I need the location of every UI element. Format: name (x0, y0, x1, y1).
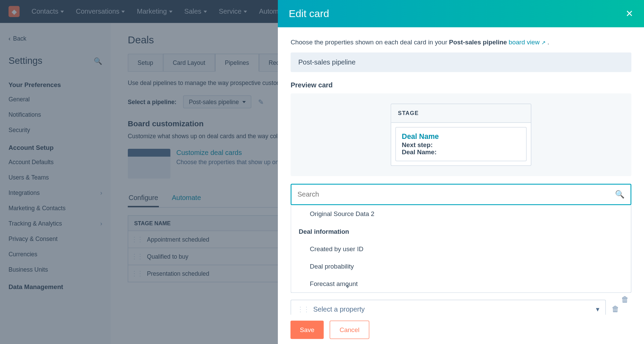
dropdown-option[interactable]: Created by user ID (291, 240, 631, 257)
close-icon[interactable]: × (626, 8, 633, 19)
preview-deal-name: Deal Name (402, 133, 520, 141)
grip-icon[interactable]: ⋮⋮ (297, 305, 309, 314)
save-button[interactable]: Save (290, 320, 324, 339)
panel-intro: Choose the properties shown on each deal… (290, 38, 631, 45)
board-view-link[interactable]: board view ↗ (509, 38, 545, 45)
external-link-icon: ↗ (541, 40, 545, 45)
property-search-combo: 🔍 Original Source Data 2 Deal informatio… (290, 184, 631, 293)
panel-body: Choose the properties shown on each deal… (278, 27, 644, 315)
dropdown-option[interactable]: Original Source Data 2 (291, 205, 631, 223)
preview-card-label: Preview card (290, 82, 631, 89)
dropdown-option[interactable]: Forecast amount ⌖ (291, 275, 631, 292)
trash-icon[interactable]: 🗑 (612, 305, 619, 314)
trash-icon[interactable]: 🗑 (621, 295, 629, 304)
preview-card: STAGE Deal Name Next step: Deal Name: (391, 104, 531, 166)
preview-zone: STAGE Deal Name Next step: Deal Name: (290, 94, 631, 176)
panel-header: Edit card × (278, 0, 644, 27)
dropdown-option[interactable]: Deal probability (291, 258, 631, 275)
preview-row: Deal Name: (402, 148, 520, 156)
select-property-row: ⋮⋮ Select a property ▾ 🗑 (290, 300, 631, 314)
panel-footer: Save Cancel (278, 315, 644, 344)
panel-title: Edit card (289, 8, 329, 19)
search-input[interactable] (297, 190, 615, 198)
dropdown-group-label: Deal information (291, 223, 631, 240)
search-icon: 🔍 (615, 190, 624, 199)
property-dropdown-list[interactable]: Original Source Data 2 Deal information … (290, 205, 631, 293)
edit-card-panel: Edit card × Choose the properties shown … (278, 0, 644, 344)
search-box[interactable]: 🔍 (290, 184, 631, 205)
cancel-button[interactable]: Cancel (330, 320, 369, 339)
select-property-dropdown[interactable]: ⋮⋮ Select a property ▾ (290, 300, 606, 314)
preview-stage-label: STAGE (391, 104, 531, 123)
chevron-down-icon: ▾ (596, 305, 599, 314)
preview-row: Next step: (402, 141, 520, 148)
pipeline-name-box: Post-sales pipeline (290, 53, 631, 72)
